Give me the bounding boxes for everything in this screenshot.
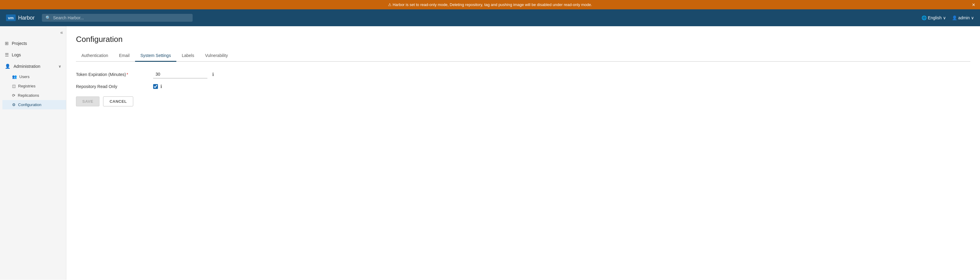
sidebar-item-registries[interactable]: ◫ Registries — [2, 81, 66, 91]
sidebar-item-projects[interactable]: ⊞ Projects — [0, 38, 66, 49]
page-title: Configuration — [76, 35, 970, 44]
tab-vulnerability[interactable]: Vulnerability — [200, 50, 233, 62]
user-menu[interactable]: 👤 admin ∨ — [952, 15, 974, 20]
sidebar-collapse-area: « — [0, 29, 66, 38]
globe-icon: 🌐 — [921, 15, 927, 20]
tab-labels[interactable]: Labels — [177, 50, 200, 62]
token-expiration-row: Token Expiration (Minutes)* ℹ — [76, 70, 970, 78]
tabs-bar: Authentication Email System Settings Lab… — [76, 50, 970, 62]
sidebar-collapse-button[interactable]: « — [60, 30, 63, 35]
tab-system-settings[interactable]: System Settings — [135, 50, 177, 62]
administration-chevron-icon: ∨ — [59, 64, 61, 68]
language-label: English — [928, 15, 942, 20]
user-chevron-icon: ∨ — [971, 15, 974, 20]
app-name: Harbor — [18, 15, 35, 21]
header-right: 🌐 English ∨ 👤 admin ∨ — [921, 15, 974, 20]
repo-read-only-row: Repository Read Only ℹ — [76, 84, 970, 89]
language-selector[interactable]: 🌐 English ∨ — [921, 15, 946, 20]
sidebar-item-configuration[interactable]: ⚙ Configuration — [2, 100, 66, 110]
lang-chevron-icon: ∨ — [943, 15, 946, 20]
repo-read-only-label: Repository Read Only — [76, 84, 148, 89]
banner-message: ⚠ Harbor is set to read-only mode, Delet… — [12, 2, 968, 7]
banner-close-button[interactable]: × — [972, 2, 975, 8]
tab-email[interactable]: Email — [114, 50, 135, 62]
administration-icon: 👤 — [5, 64, 11, 69]
configuration-icon: ⚙ — [12, 102, 16, 107]
read-only-banner: ⚠ Harbor is set to read-only mode, Delet… — [0, 0, 980, 10]
sidebar-section-administration[interactable]: 👤 Administration ∨ — [0, 60, 66, 72]
administration-label: Administration — [14, 64, 40, 69]
repo-read-only-checkbox[interactable] — [153, 84, 158, 89]
tab-authentication[interactable]: Authentication — [76, 50, 114, 62]
token-expiration-info-icon[interactable]: ℹ — [212, 72, 214, 77]
layout: « ⊞ Projects ☰ Logs 👤 Administration ∨ 👥… — [0, 26, 980, 280]
registries-label: Registries — [18, 84, 35, 88]
users-icon: 👥 — [12, 75, 17, 79]
sidebar: « ⊞ Projects ☰ Logs 👤 Administration ∨ 👥… — [0, 26, 66, 280]
save-button[interactable]: SAVE — [76, 97, 99, 107]
logo-area: vm Harbor — [6, 14, 35, 21]
required-marker: * — [127, 72, 128, 77]
sidebar-item-logs[interactable]: ☰ Logs — [0, 49, 66, 60]
form-button-area: SAVE CANCEL — [76, 97, 970, 107]
projects-icon: ⊞ — [5, 41, 9, 46]
sidebar-projects-label: Projects — [12, 41, 27, 46]
repo-read-only-info-icon[interactable]: ℹ — [161, 84, 162, 89]
search-input[interactable] — [53, 15, 189, 20]
users-label: Users — [19, 75, 30, 79]
registries-icon: ◫ — [12, 84, 16, 88]
configuration-label: Configuration — [18, 102, 41, 107]
replications-icon: ⟳ — [12, 93, 15, 98]
search-icon: 🔍 — [46, 15, 51, 20]
username-label: admin — [958, 15, 970, 20]
administration-sub-items: 👥 Users ◫ Registries ⟳ Replications ⚙ Co… — [0, 72, 66, 110]
cancel-button[interactable]: CANCEL — [103, 97, 133, 107]
sidebar-logs-label: Logs — [12, 52, 21, 57]
replications-label: Replications — [18, 93, 39, 98]
token-expiration-label: Token Expiration (Minutes)* — [76, 72, 148, 77]
sidebar-item-replications[interactable]: ⟳ Replications — [2, 91, 66, 100]
user-icon: 👤 — [952, 15, 957, 20]
system-settings-form: Token Expiration (Minutes)* ℹ Repository… — [76, 70, 970, 107]
logs-icon: ☰ — [5, 52, 9, 57]
search-area[interactable]: 🔍 — [42, 14, 192, 22]
token-expiration-input[interactable] — [153, 70, 207, 78]
header: vm Harbor 🔍 🌐 English ∨ 👤 admin ∨ — [0, 10, 980, 26]
main-content: Configuration Authentication Email Syste… — [66, 26, 980, 280]
vm-logo: vm — [6, 14, 16, 21]
sidebar-item-users[interactable]: 👥 Users — [2, 72, 66, 81]
repo-read-only-checkbox-area: ℹ — [153, 84, 162, 89]
